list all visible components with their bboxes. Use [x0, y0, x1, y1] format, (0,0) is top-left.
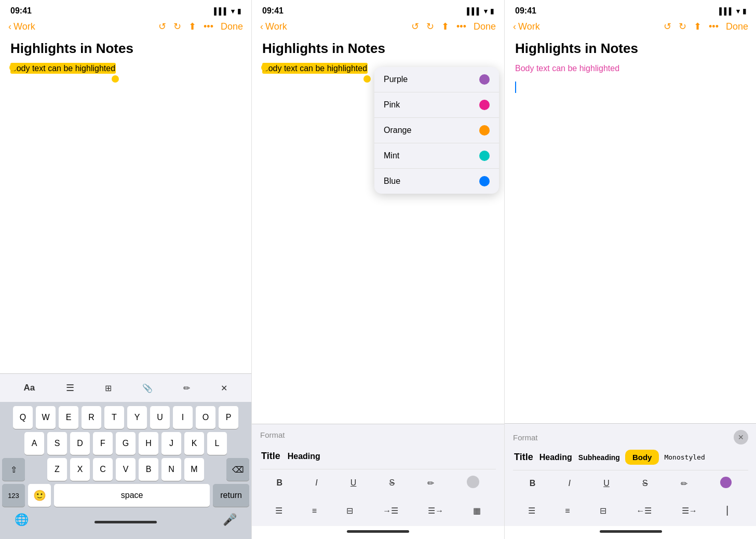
bold-button-3[interactable]: B: [525, 476, 540, 491]
key-t[interactable]: T: [104, 406, 124, 429]
key-c[interactable]: C: [93, 458, 113, 481]
share-icon-3[interactable]: ⬆: [694, 21, 701, 32]
undo-icon-1[interactable]: ↺: [158, 21, 166, 32]
key-r[interactable]: R: [82, 406, 101, 429]
format-aa-button-1[interactable]: Aa: [19, 380, 40, 396]
highlighted-body-text-3[interactable]: Body text can be highlighted: [515, 64, 619, 73]
bold-button-2[interactable]: B: [273, 475, 287, 491]
undo-icon-3[interactable]: ↺: [664, 21, 671, 32]
format-pencil-button-1[interactable]: ✏: [178, 380, 195, 396]
highlighted-body-text-1[interactable]: Body text can be highlighted: [10, 63, 116, 74]
key-a[interactable]: A: [24, 432, 44, 455]
key-o[interactable]: O: [196, 406, 215, 429]
color-option-pink[interactable]: Pink: [374, 92, 499, 118]
key-b[interactable]: B: [139, 458, 158, 481]
key-g[interactable]: G: [116, 432, 136, 455]
format-close-button-1[interactable]: ✕: [215, 380, 233, 396]
key-s[interactable]: S: [47, 432, 67, 455]
note-content-3[interactable]: Body text can be highlighted: [505, 62, 756, 423]
key-m[interactable]: M: [184, 458, 204, 481]
globe-icon-1[interactable]: 🌐: [15, 513, 29, 527]
list-dash-btn-3[interactable]: ≡: [561, 503, 574, 519]
format-attachment-button-1[interactable]: 📎: [137, 380, 158, 396]
share-icon-1[interactable]: ⬆: [188, 21, 196, 32]
key-k[interactable]: K: [184, 432, 204, 455]
key-u[interactable]: U: [150, 406, 170, 429]
format-subheading-btn-3[interactable]: Subheading: [577, 451, 621, 464]
color-option-purple[interactable]: Purple: [374, 67, 499, 92]
done-button-2[interactable]: Done: [474, 21, 496, 32]
list-bullet-btn-3[interactable]: ☰: [524, 503, 539, 519]
redo-icon-1[interactable]: ↻: [173, 21, 181, 32]
key-e[interactable]: E: [59, 406, 78, 429]
highlighted-body-text-2[interactable]: Body text can be highlighted: [262, 63, 368, 74]
key-w[interactable]: W: [36, 406, 56, 429]
note-content-2[interactable]: Body text can be highlighted Purple Pink…: [252, 62, 504, 424]
format-heading-btn-3[interactable]: Heading: [538, 451, 573, 464]
indent-left-btn-2[interactable]: ☰→: [424, 503, 448, 519]
underline-button-3[interactable]: U: [599, 476, 614, 491]
strikethrough-button-3[interactable]: S: [638, 476, 652, 491]
key-h[interactable]: H: [139, 432, 158, 455]
list-number-btn-3[interactable]: ⊟: [596, 503, 611, 519]
highlight-button-3[interactable]: ✏: [677, 476, 692, 492]
underline-button-2[interactable]: U: [346, 475, 361, 491]
format-body-btn-3[interactable]: Body: [625, 450, 659, 465]
italic-button-3[interactable]: I: [564, 476, 574, 491]
key-v[interactable]: V: [116, 458, 136, 481]
format-close-button-3[interactable]: ✕: [734, 430, 748, 444]
list-bullet-btn-2[interactable]: ☰: [271, 503, 287, 519]
done-button-3[interactable]: Done: [726, 21, 748, 32]
undo-icon-2[interactable]: ↺: [411, 21, 419, 32]
format-title-btn-3[interactable]: Title: [513, 450, 534, 465]
highlight-button-2[interactable]: ✏: [423, 475, 438, 491]
table-line-btn-3[interactable]: ▏: [723, 503, 737, 519]
mic-icon-1[interactable]: 🎤: [223, 513, 237, 527]
format-list-button-1[interactable]: ☰: [61, 379, 79, 397]
color-option-blue[interactable]: Blue: [374, 169, 499, 194]
key-z[interactable]: Z: [47, 458, 67, 481]
key-numbers[interactable]: 123: [2, 484, 25, 507]
key-x[interactable]: X: [70, 458, 90, 481]
format-title-btn-2[interactable]: Title: [260, 449, 281, 464]
list-number-btn-2[interactable]: ⊟: [342, 503, 357, 519]
indent-left-btn-3[interactable]: ☰→: [678, 503, 701, 519]
italic-button-2[interactable]: I: [311, 475, 321, 491]
key-return[interactable]: return: [213, 484, 249, 507]
list-dash-btn-2[interactable]: ≡: [308, 503, 321, 519]
indent-right-btn-2[interactable]: →☰: [379, 503, 402, 519]
more-icon-3[interactable]: •••: [709, 21, 719, 32]
color-option-orange[interactable]: Orange: [374, 118, 499, 143]
key-d[interactable]: D: [70, 432, 90, 455]
key-q[interactable]: Q: [13, 406, 33, 429]
redo-icon-3[interactable]: ↻: [679, 21, 686, 32]
table-btn-2[interactable]: ▦: [469, 503, 485, 519]
back-label-3[interactable]: Work: [518, 21, 540, 32]
back-label-2[interactable]: Work: [265, 21, 287, 32]
format-monostyled-btn-3[interactable]: Monostyled: [663, 451, 706, 463]
format-table-button-1[interactable]: ⊞: [100, 380, 117, 396]
key-p[interactable]: P: [219, 406, 238, 429]
key-n[interactable]: N: [161, 458, 181, 481]
more-icon-2[interactable]: •••: [456, 21, 466, 32]
indent-right-btn-3[interactable]: ←☰: [632, 503, 656, 519]
key-i[interactable]: I: [173, 406, 193, 429]
done-button-1[interactable]: Done: [221, 21, 243, 32]
key-f[interactable]: F: [93, 432, 113, 455]
key-emoji[interactable]: 🙂: [28, 484, 51, 507]
key-y[interactable]: Y: [127, 406, 147, 429]
strikethrough-button-2[interactable]: S: [385, 475, 399, 491]
key-l[interactable]: L: [207, 432, 227, 455]
redo-icon-2[interactable]: ↻: [426, 21, 434, 32]
note-content-1[interactable]: Body text can be highlighted: [0, 62, 251, 373]
key-j[interactable]: J: [161, 432, 181, 455]
color-circle-btn-3[interactable]: [716, 474, 736, 493]
share-icon-2[interactable]: ⬆: [441, 21, 449, 32]
back-label-1[interactable]: Work: [14, 21, 35, 32]
format-heading-btn-2[interactable]: Heading: [287, 449, 321, 464]
key-space[interactable]: space: [54, 484, 210, 507]
key-shift[interactable]: ⇧: [2, 458, 25, 481]
color-highlight-btn-2[interactable]: [463, 473, 483, 493]
color-option-mint[interactable]: Mint: [374, 143, 499, 169]
more-icon-1[interactable]: •••: [204, 21, 213, 32]
